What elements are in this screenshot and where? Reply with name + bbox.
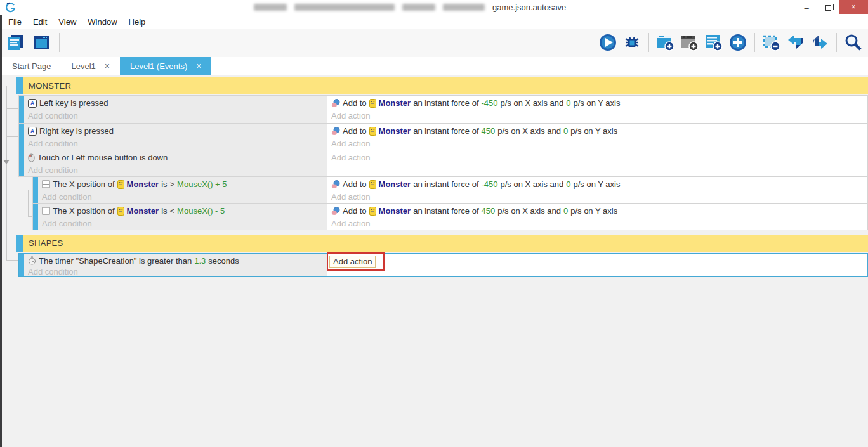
sub-event-row[interactable]: The X position of Monster is < MouseX() …: [32, 203, 868, 230]
group-strip: [16, 77, 23, 94]
object-name: Monster: [127, 179, 159, 189]
add-circle-icon[interactable]: [727, 32, 749, 53]
search-icon[interactable]: [843, 32, 864, 53]
condition-text: The timer "ShapeCreation" is greater tha…: [39, 256, 192, 266]
remove-selection-icon[interactable]: [761, 32, 782, 53]
position-icon: [42, 180, 50, 188]
event-strip: [19, 96, 24, 123]
tab-start-page[interactable]: Start Page: [2, 57, 61, 75]
action-text: an instant force of: [413, 126, 478, 136]
menu-file[interactable]: File: [3, 17, 27, 27]
condition-text: is: [161, 206, 167, 216]
actions-cell[interactable]: Add action: [327, 254, 867, 276]
event-group-shapes[interactable]: SHAPES: [16, 235, 868, 252]
redacted-title-segment: [443, 4, 485, 11]
add-action-placeholder[interactable]: Add action: [331, 138, 867, 150]
add-action-placeholder[interactable]: Add action: [331, 110, 867, 122]
add-comment-icon[interactable]: [703, 32, 725, 53]
actions-cell[interactable]: Add to Monster an instant force of -450 …: [327, 177, 867, 203]
timer-value: 1.3: [194, 256, 206, 266]
actions-cell[interactable]: Add to Monster an instant force of 450 p…: [327, 204, 867, 230]
add-action-placeholder[interactable]: Add action: [331, 191, 867, 203]
window-title-text: game.json.autosave: [492, 3, 566, 12]
event-row[interactable]: Touch or Left mouse button is down Add c…: [18, 150, 868, 177]
condition-text: Right key is pressed: [39, 126, 114, 136]
menu-window[interactable]: Window: [82, 17, 122, 27]
redacted-title-segment: [294, 4, 395, 11]
object-name: Monster: [379, 206, 411, 216]
events-sheet: MONSTER A Left key is pressed Add condit…: [2, 75, 868, 447]
add-event-icon[interactable]: [655, 32, 676, 53]
action-text: p/s on Y axis: [574, 98, 621, 108]
action-text: Add to: [343, 126, 367, 136]
force-y-value: 0: [563, 206, 568, 216]
add-condition-placeholder[interactable]: Add condition: [28, 138, 327, 150]
tab-level1[interactable]: Level1 ×: [61, 57, 120, 75]
force-x-value: -450: [482, 98, 498, 108]
conditions-cell[interactable]: A Left key is pressed Add condition: [24, 96, 327, 123]
event-row-selected[interactable]: The timer "ShapeCreation" is greater tha…: [18, 253, 868, 277]
action-text: p/s on Y axis: [574, 179, 621, 189]
force-icon: [331, 180, 340, 189]
toolbar-separator: [754, 33, 755, 52]
add-action-placeholder[interactable]: Add action: [331, 151, 867, 164]
event-row[interactable]: A Right key is pressed Add condition Add…: [18, 123, 868, 150]
tab-close-icon[interactable]: ×: [196, 61, 201, 71]
action-text: Add to: [343, 98, 367, 108]
add-condition-placeholder[interactable]: Add condition: [42, 217, 327, 230]
scene-editor-icon[interactable]: [30, 32, 52, 53]
action-text: p/s on X axis and: [501, 179, 564, 189]
conditions-cell[interactable]: The timer "ShapeCreation" is greater tha…: [24, 254, 327, 276]
monster-object-icon: [369, 99, 376, 108]
restore-icon: [825, 5, 831, 11]
add-condition-placeholder[interactable]: Add condition: [28, 164, 327, 176]
toolbar-separator: [648, 33, 649, 52]
add-subevent-icon[interactable]: [679, 32, 700, 53]
debugger-bug-icon[interactable]: [621, 32, 643, 53]
actions-cell[interactable]: Add to Monster an instant force of -450 …: [327, 96, 867, 123]
toolbar-separator: [59, 33, 60, 52]
tab-level1-events[interactable]: Level1 (Events) ×: [120, 57, 212, 75]
minimize-button[interactable]: –: [796, 0, 817, 15]
action-text: Add to: [343, 179, 367, 189]
action-text: an instant force of: [413, 206, 478, 216]
menu-view[interactable]: View: [53, 17, 82, 27]
undo-icon[interactable]: [785, 32, 806, 53]
force-x-value: 450: [482, 206, 496, 216]
force-x-value: -450: [482, 179, 498, 189]
redo-icon[interactable]: [809, 32, 831, 53]
action-text: an instant force of: [413, 179, 478, 189]
left-panel-edge: [0, 15, 2, 447]
condition-text: Touch or Left mouse button is down: [37, 153, 168, 162]
menu-edit[interactable]: Edit: [27, 17, 53, 27]
preview-play-icon[interactable]: [597, 32, 619, 53]
force-y-value: 0: [566, 98, 570, 108]
conditions-cell[interactable]: The X position of Monster is < MouseX() …: [38, 204, 327, 230]
operator: <: [170, 206, 175, 216]
actions-cell[interactable]: Add action: [327, 150, 867, 176]
event-row[interactable]: A Left key is pressed Add condition Add …: [18, 95, 868, 124]
keyboard-key-icon: A: [28, 127, 37, 136]
add-action-placeholder[interactable]: Add action: [331, 217, 867, 230]
add-action-button[interactable]: Add action: [329, 256, 376, 268]
add-condition-placeholder[interactable]: Add condition: [28, 267, 327, 276]
position-icon: [42, 207, 50, 215]
add-condition-placeholder[interactable]: Add condition: [28, 110, 327, 122]
project-manager-icon[interactable]: [5, 32, 27, 53]
actions-cell[interactable]: Add to Monster an instant force of 450 p…: [327, 124, 867, 150]
tab-close-icon[interactable]: ×: [105, 61, 110, 71]
action-text: p/s on X axis and: [497, 206, 561, 216]
object-name: Monster: [379, 126, 411, 136]
conditions-cell[interactable]: The X position of Monster is > MouseX() …: [38, 177, 327, 203]
conditions-cell[interactable]: A Right key is pressed Add condition: [24, 124, 327, 150]
close-button[interactable]: ×: [839, 0, 868, 14]
menu-bar: File Edit View Window Help: [3, 15, 151, 29]
conditions-cell[interactable]: Touch or Left mouse button is down Add c…: [24, 150, 327, 176]
force-icon: [331, 127, 340, 136]
add-condition-placeholder[interactable]: Add condition: [42, 191, 327, 203]
event-group-monster[interactable]: MONSTER: [16, 77, 868, 94]
sub-event-row[interactable]: The X position of Monster is > MouseX() …: [32, 176, 868, 204]
menu-help[interactable]: Help: [123, 17, 152, 27]
restore-button[interactable]: [817, 0, 839, 15]
action-text: p/s on X axis and: [501, 98, 564, 108]
